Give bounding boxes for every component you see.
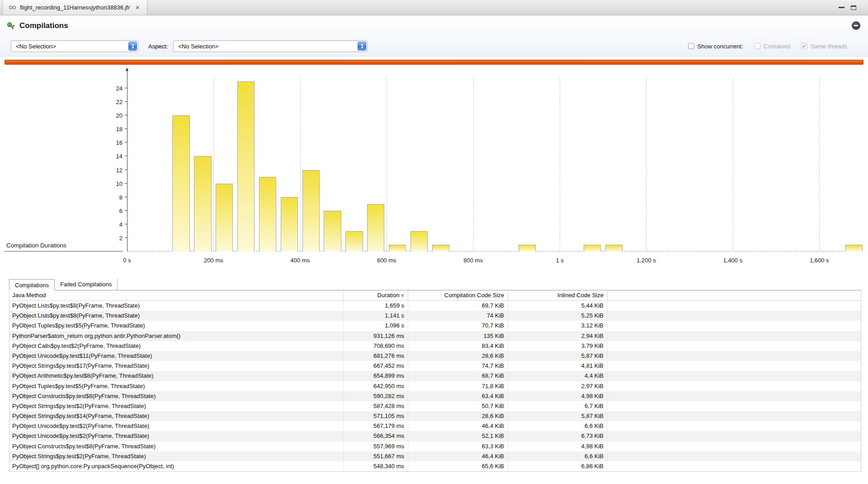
table-cell [608,381,861,391]
table-cell: PyObject Tuples$py.test$5(PyFrame, Threa… [9,321,344,331]
form-header: Compilations <No Selection> Aspect: <No … [0,15,868,57]
show-concurrent-checkbox[interactable] [688,43,694,49]
table-cell: PyObject Unicode$py.test$2(PyFrame, Thre… [9,431,344,441]
histogram-bar[interactable] [519,245,536,251]
maximize-icon[interactable] [851,5,856,10]
gridline [733,77,733,251]
histogram-bar[interactable] [237,81,255,251]
histogram-bar[interactable] [194,156,211,251]
histogram-bar[interactable] [216,184,233,251]
table-cell: 52,1 KiB [408,431,508,441]
table-row[interactable]: PyObject[] org.python.core.Py.unpackSequ… [9,461,861,471]
contained-checkbox [754,43,760,49]
show-concurrent-option[interactable]: Show concurrent: [688,43,743,50]
aspect-dropdown[interactable]: <No Selection> [173,40,368,52]
table-row[interactable]: PyObject Strings$py.test$2(PyFrame, Thre… [9,451,861,461]
table-cell: 28,6 KiB [408,351,508,361]
table-body: PyObject Lists$py.test$8(PyFrame, Thread… [9,301,861,471]
table-cell: 69,7 KiB [408,301,508,311]
column-header-inlined-code-size[interactable]: Inlined Code Size [508,290,608,300]
table-row[interactable]: PythonParser$atom_return org.python.antl… [9,331,861,341]
table-cell: 3,12 KiB [508,321,608,331]
y-axis-tick [125,237,127,238]
column-header-java-method[interactable]: Java Method [9,290,344,300]
y-axis-tick-label: 22 [105,99,123,105]
table-row[interactable]: PyObject Calls$py.test$2(PyFrame, Thread… [9,341,861,351]
timeline-range-selector[interactable] [5,60,863,65]
histogram-bar[interactable] [410,231,428,251]
table-row[interactable]: PyObject Strings$py.test$14(PyFrame, Thr… [9,411,861,421]
column-header-compilation-code-size[interactable]: Compilation Code Size [408,290,508,300]
table-row[interactable]: PyObject Unicode$py.test$11(PyFrame, Thr… [9,351,861,361]
compilation-durations-chart: Compilation Durations 0 s200 ms400 ms600… [0,65,868,279]
tab-compilations[interactable]: Compilations [9,279,55,290]
y-axis-tick-label: 4 [105,221,123,228]
histogram-bar[interactable] [432,245,449,251]
table-cell: PyObject Strings$py.test$2(PyFrame, Thre… [9,451,344,461]
y-axis-tick-label: 8 [105,194,123,201]
editor-tab-title: flight_recording_11Harnessjython38836.jf… [20,4,130,11]
table-row[interactable]: PyObject Lists$py.test$8(PyFrame, Thread… [9,301,861,311]
x-axis-tick-label: 1,600 s [799,257,840,264]
histogram-bar[interactable] [345,231,363,251]
table-row[interactable]: PyObject Unicode$py.test$2(PyFrame, Thre… [9,421,861,431]
sort-desc-icon: ∨ [401,290,404,300]
table-cell: 6,73 KiB [508,431,608,441]
chart-plot[interactable]: 0 s200 ms400 ms600 ms800 ms1 s1,200 s1,4… [127,77,863,251]
y-axis-tick [125,210,127,211]
close-tab-icon[interactable]: ✕ [135,5,140,11]
same-threads-option: ✓ Same threads [801,43,847,50]
page-title: Compilations [19,21,68,30]
histogram-bar[interactable] [389,245,406,251]
histogram-bar[interactable] [281,197,298,251]
table-cell [608,431,861,441]
y-axis-tick-label: 18 [105,126,123,133]
table-cell [608,391,861,401]
gridline [646,77,646,251]
table-row[interactable]: PyObject Arithmetic$py.test$8(PyFrame, T… [9,371,861,381]
table-row[interactable]: PyObject Constructs$py.test$8(PyFrame, T… [9,391,861,401]
table-header: Java Method Duration ∨ Compilation Code … [9,290,861,301]
editor-tab-bar: flight_recording_11Harnessjython38836.jf… [0,0,868,15]
minus-icon [854,25,858,26]
table-row[interactable]: PyObject Strings$py.test$2(PyFrame, Thre… [9,401,861,411]
table-cell: PyObject Lists$py.test$8(PyFrame, Thread… [9,311,344,321]
table-row[interactable]: PyObject Unicode$py.test$2(PyFrame, Thre… [9,431,861,441]
histogram-bar[interactable] [302,170,320,251]
x-axis-tick-label: 600 ms [366,257,407,264]
title-row: Compilations [0,15,868,36]
selection-dropdown[interactable]: <No Selection> [11,40,138,52]
y-axis [127,71,127,251]
table-cell: 71,8 KiB [408,381,508,391]
table-cell: 4,98 KiB [508,441,608,451]
histogram-bar[interactable] [259,177,276,251]
table-cell: 5,25 KiB [508,311,608,321]
y-axis-tick-label: 20 [105,112,123,119]
table-cell: PyObject Constructs$py.test$8(PyFrame, T… [9,391,344,401]
column-header-duration[interactable]: Duration ∨ [344,290,408,300]
editor-tab-recording[interactable]: flight_recording_11Harnessjython38836.jf… [3,0,147,15]
histogram-bar[interactable] [172,115,189,251]
histogram-bar[interactable] [324,211,341,251]
tab-failed-compilations[interactable]: Failed Compilations [55,279,118,290]
table-cell [608,401,861,411]
table-row[interactable]: PyObject Lists$py.test$8(PyFrame, Thread… [9,311,861,321]
view-menu-button[interactable] [852,21,860,30]
table-cell: 68,7 KiB [408,371,508,381]
y-axis-tick [125,156,127,156]
gridline [560,77,560,251]
table-row[interactable]: PyObject Tuples$py.test$5(PyFrame, Threa… [9,321,861,331]
histogram-bar[interactable] [605,245,623,251]
table-row[interactable]: PyObject Strings$py.test$17(PyFrame, Thr… [9,361,861,371]
table-cell: 135 KiB [408,331,508,341]
minimize-icon[interactable] [839,7,844,8]
y-axis-tick-label: 12 [105,167,123,174]
table-row[interactable]: PyObject Constructs$py.test$8(PyFrame, T… [9,441,861,451]
y-axis-tick [125,115,127,115]
table-row[interactable]: PyObject Tuples$py.test$5(PyFrame, Threa… [9,381,861,391]
histogram-bar[interactable] [584,245,601,251]
histogram-bar[interactable] [845,245,863,251]
selection-dropdown-value: <No Selection> [16,43,56,50]
same-threads-checkbox: ✓ [801,43,807,49]
histogram-bar[interactable] [367,204,384,251]
